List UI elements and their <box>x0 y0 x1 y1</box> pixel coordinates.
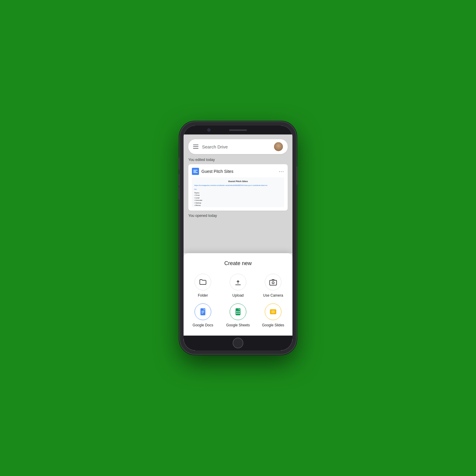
camera-icon-circle <box>265 274 281 290</box>
create-folder-item[interactable]: Folder <box>188 274 217 298</box>
use-camera-item[interactable]: Use Camera <box>259 274 288 298</box>
bottom-sheet: Create new Folder <box>184 253 292 336</box>
file-card[interactable]: Guest Pitch Sites ··· Guest Pitch Sites … <box>188 164 288 211</box>
svg-rect-0 <box>270 280 276 285</box>
google-sheets-icon-circle <box>230 303 246 320</box>
upload-icon <box>234 278 242 286</box>
phone-notch <box>184 126 292 134</box>
avatar[interactable] <box>274 142 283 151</box>
upload-label: Upload <box>232 293 244 298</box>
svg-rect-7 <box>236 311 238 312</box>
folder-icon-circle <box>195 274 211 290</box>
upload-item[interactable]: Upload <box>223 274 253 298</box>
google-docs-item[interactable]: Google Docs <box>188 303 217 327</box>
use-camera-label: Use Camera <box>263 293 283 298</box>
phone-container: Search Drive You edited today <box>180 122 296 354</box>
search-bar[interactable]: Search Drive <box>188 139 288 154</box>
svg-rect-10 <box>238 313 240 314</box>
google-slides-label: Google Slides <box>262 323 284 327</box>
upload-icon-circle <box>230 274 246 290</box>
svg-rect-9 <box>236 313 238 314</box>
camera-icon <box>269 278 277 286</box>
svg-point-1 <box>272 282 274 284</box>
doc-file-icon <box>192 168 199 175</box>
app-content: Search Drive You edited today <box>184 134 292 336</box>
folder-label: Folder <box>198 293 208 298</box>
search-input[interactable]: Search Drive <box>202 144 270 149</box>
camera-dot <box>207 129 210 131</box>
google-sheets-label: Google Sheets <box>226 323 250 327</box>
sheet-grid: Folder Upload <box>188 274 288 327</box>
svg-rect-12 <box>271 310 275 313</box>
file-name: Guest Pitch Sites <box>201 169 233 174</box>
file-preview: Guest Pitch Sites https://incmagazine.ce… <box>192 177 284 207</box>
phone-screen: Search Drive You edited today <box>184 126 292 350</box>
svg-rect-8 <box>238 311 240 312</box>
folder-icon <box>199 278 207 286</box>
sheet-title: Create new <box>188 260 288 267</box>
hamburger-icon[interactable] <box>193 145 198 149</box>
google-slides-icon <box>269 308 277 316</box>
phone-home-bar <box>184 336 292 350</box>
more-options-icon[interactable]: ··· <box>279 168 284 175</box>
home-button[interactable] <box>233 338 243 348</box>
google-docs-icon-circle <box>195 303 211 320</box>
google-slides-item[interactable]: Google Slides <box>259 303 288 327</box>
google-slides-icon-circle <box>265 303 281 320</box>
google-sheets-icon <box>234 308 242 316</box>
speaker-bar <box>229 129 247 131</box>
section-opened-today: You opened today <box>188 214 288 218</box>
section-edited-today: You edited today <box>188 158 288 162</box>
drive-background: Search Drive You edited today <box>184 134 292 253</box>
google-docs-label: Google Docs <box>192 323 213 327</box>
google-sheets-item[interactable]: Google Sheets <box>223 303 253 327</box>
google-docs-icon <box>199 308 207 316</box>
